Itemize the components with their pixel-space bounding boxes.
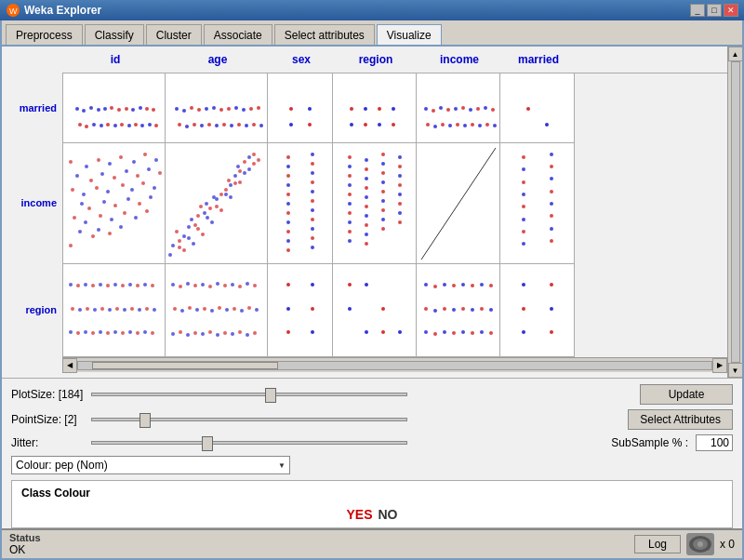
svg-point-51: [308, 107, 312, 111]
svg-point-316: [238, 330, 242, 334]
svg-point-308: [179, 330, 182, 334]
colour-row: Colour: pep (Nom) ▼: [11, 456, 733, 474]
svg-point-219: [381, 208, 385, 212]
tab-classify[interactable]: Classify: [85, 24, 144, 45]
svg-point-275: [99, 330, 102, 334]
svg-point-48: [252, 123, 256, 127]
svg-point-148: [236, 165, 240, 168]
svg-point-104: [113, 176, 116, 180]
svg-point-34: [234, 106, 238, 110]
svg-point-32: [219, 108, 223, 112]
scatter-income-age: [166, 143, 268, 264]
svg-point-168: [233, 181, 237, 185]
scroll-left-arrow[interactable]: ◀: [62, 358, 77, 373]
svg-point-124: [145, 209, 149, 213]
minimize-button[interactable]: _: [690, 4, 705, 17]
svg-point-26: [175, 107, 179, 111]
vertical-scrollbar[interactable]: ▲ ▼: [727, 47, 742, 378]
svg-point-20: [120, 123, 124, 127]
svg-point-358: [522, 307, 525, 311]
svg-point-164: [196, 227, 200, 231]
svg-point-182: [311, 153, 314, 156]
svg-point-242: [550, 190, 553, 193]
log-button[interactable]: Log: [634, 535, 681, 553]
svg-point-88: [73, 216, 76, 220]
scroll-track[interactable]: [77, 361, 712, 370]
svg-point-246: [550, 239, 553, 243]
svg-point-284: [179, 285, 182, 288]
scatter-married-id: [63, 73, 166, 143]
cell-region-sex: [268, 264, 333, 357]
svg-point-269: [145, 307, 149, 311]
jitter-thumb[interactable]: [202, 436, 213, 451]
jitter-slider-container: [91, 441, 407, 445]
plot-row-income: [63, 143, 727, 264]
tab-select-attributes[interactable]: Select attributes: [274, 24, 375, 45]
tab-cluster[interactable]: Cluster: [146, 24, 202, 45]
svg-point-353: [471, 331, 474, 335]
colour-dropdown[interactable]: Colour: pep (Nom) ▼: [11, 456, 290, 474]
cell-married-married: [500, 73, 575, 143]
svg-point-257: [143, 283, 147, 287]
point-size-thumb[interactable]: [140, 413, 151, 428]
svg-point-266: [123, 308, 126, 312]
svg-point-6: [103, 107, 107, 111]
svg-point-191: [311, 236, 314, 240]
svg-point-62: [424, 107, 428, 111]
svg-point-120: [143, 153, 147, 156]
svg-point-131: [175, 230, 179, 233]
svg-point-259: [71, 307, 74, 311]
svg-point-349: [433, 332, 437, 336]
svg-point-297: [188, 306, 192, 310]
tab-associate[interactable]: Associate: [204, 24, 272, 45]
horizontal-scrollbar[interactable]: ◀ ▶: [62, 357, 727, 372]
svg-point-155: [210, 220, 214, 224]
v-scroll-track[interactable]: [731, 61, 740, 363]
tab-preprocess[interactable]: Preprocess: [6, 24, 83, 45]
svg-point-136: [203, 211, 206, 215]
svg-point-301: [218, 306, 221, 310]
svg-point-23: [140, 124, 144, 127]
subsample-input[interactable]: [696, 434, 733, 451]
svg-point-96: [91, 234, 95, 238]
svg-point-67: [461, 106, 465, 110]
tab-bar: Preprocess Classify Cluster Associate Se…: [2, 20, 742, 47]
tab-visualize[interactable]: Visualize: [377, 24, 442, 45]
class-colour-section: Class Colour YES NO: [11, 480, 733, 528]
svg-point-87: [80, 202, 84, 206]
svg-point-114: [119, 225, 123, 229]
select-attributes-button[interactable]: Select Attributes: [628, 409, 733, 430]
svg-point-157: [229, 195, 232, 199]
svg-point-341: [433, 309, 437, 313]
svg-point-212: [365, 242, 368, 246]
scroll-thumb[interactable]: [92, 362, 278, 369]
svg-point-107: [110, 218, 113, 221]
yes-no-labels: YES NO: [21, 507, 723, 522]
scroll-up-arrow[interactable]: ▲: [728, 47, 743, 61]
svg-point-300: [210, 309, 214, 313]
svg-point-188: [311, 208, 314, 212]
maximize-button[interactable]: □: [707, 4, 722, 17]
plot-size-thumb[interactable]: [265, 388, 276, 403]
close-button[interactable]: ✕: [724, 4, 738, 17]
update-button[interactable]: Update: [640, 384, 733, 405]
svg-point-71: [491, 108, 495, 112]
svg-point-302: [225, 308, 229, 312]
svg-point-185: [311, 180, 314, 184]
svg-point-227: [398, 202, 402, 206]
svg-point-81: [493, 124, 497, 127]
svg-point-97: [97, 158, 100, 162]
svg-point-146: [233, 174, 237, 178]
scroll-right-arrow[interactable]: ▶: [712, 358, 727, 373]
svg-point-50: [289, 107, 293, 111]
scroll-down-arrow[interactable]: ▼: [728, 363, 743, 378]
controls-panel: PlotSize: [184] Update PointSize: [2]: [2, 378, 742, 480]
svg-point-99: [95, 186, 99, 190]
svg-point-5: [97, 108, 100, 112]
svg-point-238: [522, 242, 525, 246]
svg-point-162: [178, 246, 181, 249]
svg-point-57: [392, 107, 395, 111]
svg-point-49: [259, 124, 263, 127]
svg-point-85: [75, 174, 79, 178]
cell-region-region: [333, 264, 417, 357]
